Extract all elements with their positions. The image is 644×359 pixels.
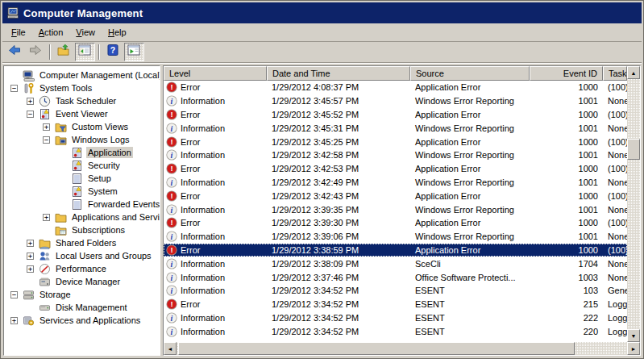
collapse-toggle-icon[interactable]: −: [27, 111, 34, 118]
tree-item-setup[interactable]: Setup: [4, 172, 160, 185]
expand-column: +: [27, 253, 39, 260]
forward-button[interactable]: [26, 43, 46, 61]
event-row[interactable]: iInformation1/29/2012 3:34:52 PMESENT220…: [164, 324, 627, 338]
tree-item-local-users-and-groups[interactable]: +Local Users and Groups: [4, 249, 160, 262]
tree-item-application[interactable]: Application: [4, 146, 160, 159]
tree-item-task-scheduler[interactable]: +Task Scheduler: [4, 94, 160, 107]
menu-file[interactable]: File: [5, 25, 32, 40]
scroll-down-button[interactable]: ▼: [627, 329, 640, 342]
column-header-level[interactable]: Level: [164, 66, 267, 81]
cell-level: !Error: [164, 136, 267, 148]
title-bar[interactable]: Computer Management: [2, 2, 642, 23]
tree-item-applications-and-servi[interactable]: +Applications and Servi: [4, 211, 160, 223]
cell-level: iInformation: [164, 149, 267, 161]
event-row[interactable]: iInformation1/29/2012 3:38:09 PMSceCli17…: [164, 257, 627, 270]
expand-toggle-icon[interactable]: +: [27, 265, 34, 273]
show-action-pane-button[interactable]: [124, 43, 144, 61]
tree-item-disk-management[interactable]: Disk Management: [4, 301, 160, 314]
collapse-toggle-icon[interactable]: −: [10, 85, 18, 92]
tree-item-label: Task Scheduler: [54, 95, 118, 106]
tree-item-services-and-applications[interactable]: +Services and Applications: [4, 314, 160, 327]
cell-event_id: 1000: [530, 164, 603, 173]
level-label: Information: [181, 273, 225, 282]
menu-help[interactable]: Help: [102, 25, 133, 40]
event-row[interactable]: iInformation1/29/2012 3:39:35 PMWindows …: [164, 202, 627, 216]
expand-toggle-icon[interactable]: +: [27, 253, 34, 260]
event-row[interactable]: iInformation1/29/2012 3:34:52 PMESENT103…: [164, 284, 627, 298]
event-row[interactable]: iInformation1/29/2012 3:42:49 PMWindows …: [164, 176, 627, 190]
cell-datetime: 1/29/2012 3:39:06 PM: [267, 232, 410, 241]
level-label: Information: [181, 232, 225, 241]
tree-item-custom-views[interactable]: +Custom Views: [4, 120, 160, 133]
event-row[interactable]: !Error1/29/2012 4:08:37 PMApplication Er…: [164, 81, 627, 94]
tree-item-computer-management-local[interactable]: Computer Management (Local): [4, 69, 160, 81]
vertical-scroll-track[interactable]: [627, 79, 640, 329]
event-row[interactable]: !Error1/29/2012 3:45:52 PMApplication Er…: [164, 108, 627, 122]
collapse-toggle-icon[interactable]: −: [10, 291, 18, 298]
action-pane-window-icon: [127, 44, 141, 61]
back-button[interactable]: [5, 43, 25, 61]
menu-action[interactable]: Action: [32, 25, 70, 40]
performance-icon: [39, 263, 51, 275]
column-header-date-and-time[interactable]: Date and Time: [267, 66, 410, 81]
tree-item-security[interactable]: Security: [4, 159, 160, 172]
scroll-up-button[interactable]: ▲: [627, 66, 640, 79]
vertical-scrollbar[interactable]: ▲ ▼: [627, 66, 640, 342]
tree-item-storage[interactable]: −Storage: [4, 288, 160, 301]
cell-task: Loggin: [603, 313, 627, 323]
up-one-level-button[interactable]: [54, 43, 74, 61]
collapse-toggle-icon[interactable]: −: [43, 136, 50, 144]
event-row[interactable]: iInformation1/29/2012 3:45:57 PMWindows …: [164, 94, 627, 108]
column-header-task-c[interactable]: Task C: [603, 66, 627, 81]
menu-view[interactable]: View: [69, 25, 102, 40]
cell-event_id: 1000: [530, 137, 603, 147]
event-row[interactable]: iInformation1/29/2012 3:42:58 PMWindows …: [164, 148, 627, 162]
expand-toggle-icon[interactable]: +: [43, 123, 50, 131]
log-plain-icon: [71, 173, 83, 185]
event-row[interactable]: !Error1/29/2012 3:42:53 PMApplication Er…: [164, 162, 627, 176]
tools-icon: [23, 82, 35, 94]
expand-toggle-icon[interactable]: +: [27, 98, 34, 105]
event-row[interactable]: iInformation1/29/2012 3:39:06 PMWindows …: [164, 230, 627, 244]
tree-item-event-viewer[interactable]: −Event Viewer: [4, 107, 160, 120]
event-row[interactable]: !Error1/29/2012 3:38:59 PMApplication Er…: [164, 244, 627, 257]
help-button[interactable]: ?: [103, 43, 123, 61]
level-label: Information: [181, 327, 225, 336]
cell-event_id: 1001: [530, 96, 603, 106]
horizontal-scroll-track[interactable]: [177, 342, 627, 355]
tree-item-system[interactable]: System: [4, 185, 160, 198]
event-row[interactable]: iInformation1/29/2012 3:37:46 PMOffice S…: [164, 270, 627, 284]
column-header-event-id[interactable]: Event ID: [530, 66, 603, 81]
tree-item-subscriptions[interactable]: Subscriptions: [4, 223, 160, 236]
tree-item-performance[interactable]: +Performance: [4, 262, 160, 275]
event-row[interactable]: !Error1/29/2012 3:42:43 PMApplication Er…: [164, 189, 627, 202]
scroll-right-button[interactable]: ►: [627, 342, 640, 355]
column-header-source[interactable]: Source: [410, 66, 530, 81]
event-row[interactable]: iInformation1/29/2012 3:34:52 PMESENT222…: [164, 311, 627, 325]
event-row[interactable]: !Error1/29/2012 3:39:30 PMApplication Er…: [164, 216, 627, 230]
tree-item-forwarded-events[interactable]: Forwarded Events: [4, 198, 160, 211]
expand-toggle-icon[interactable]: +: [10, 317, 18, 324]
tree-item-windows-logs[interactable]: −Windows Logs: [4, 133, 160, 146]
horizontal-scroll-thumb[interactable]: [178, 342, 575, 355]
expand-column: −: [27, 111, 39, 118]
cell-level: iInformation: [164, 177, 267, 188]
event-row[interactable]: !Error1/29/2012 3:45:25 PMApplication Er…: [164, 135, 627, 148]
show-console-tree-button[interactable]: [75, 43, 95, 61]
cell-datetime: 1/29/2012 3:45:52 PM: [267, 110, 410, 119]
vertical-scroll-thumb[interactable]: [627, 139, 640, 160]
level-label: Information: [181, 259, 225, 269]
level-label: Error: [181, 137, 200, 147]
tree-item-shared-folders[interactable]: +Shared Folders: [4, 236, 160, 249]
cell-task: None: [603, 232, 627, 241]
expand-toggle-icon[interactable]: +: [27, 240, 34, 247]
horizontal-scrollbar[interactable]: ◄ ►: [164, 342, 640, 355]
scroll-left-button[interactable]: ◄: [164, 342, 177, 355]
storage-icon: [23, 289, 35, 301]
expand-toggle-icon[interactable]: +: [43, 214, 50, 221]
tree-item-device-manager[interactable]: Device Manager: [4, 275, 160, 288]
event-row[interactable]: !Error1/29/2012 3:34:52 PMESENT215Loggin: [164, 298, 627, 311]
tree-item-system-tools[interactable]: −System Tools: [4, 81, 160, 94]
event-row[interactable]: iInformation1/29/2012 3:45:31 PMWindows …: [164, 121, 627, 135]
cell-source: Windows Error Reporting: [410, 232, 530, 241]
